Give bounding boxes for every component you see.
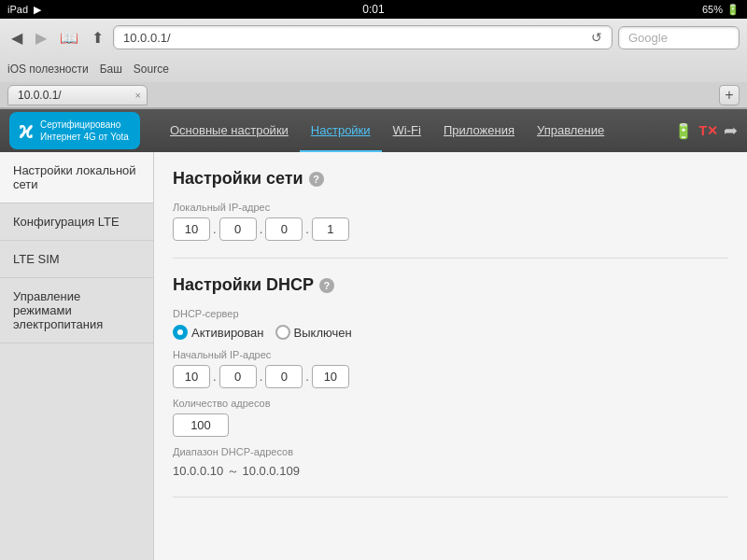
router-logo: ϰ Сертифицировано Интернет 4G от Yota [9, 112, 140, 149]
url-bar[interactable]: 10.0.0.1/ ↺ [113, 25, 613, 49]
network-settings-title: Настройки сети ? [173, 169, 728, 189]
local-ip-label: Локальный IP-адрес [173, 202, 728, 213]
battery-icon: 🔋 [726, 4, 740, 16]
search-placeholder: Google [628, 31, 668, 45]
local-ip-octet-4[interactable] [312, 217, 349, 241]
status-bar-left: iPad ▶ [7, 4, 41, 16]
network-settings-section: Настройки сети ? Локальный IP-адрес . . … [173, 169, 728, 241]
network-settings-help[interactable]: ? [309, 172, 324, 187]
range-label: Диапазон DHCP-адресов [173, 446, 728, 457]
share-button[interactable]: ⬆ [88, 27, 107, 49]
dhcp-disabled-radio[interactable] [275, 325, 290, 340]
start-ip-octet-3[interactable] [265, 365, 303, 388]
bookmarks-button[interactable]: 📖 [56, 27, 82, 49]
dhcp-server-radio-group: Активирован Выключен [173, 325, 728, 340]
wifi-icon: ▶ [34, 4, 41, 16]
dhcp-settings-section: Настройки DHCP ? DHCP-сервер Активирован… [173, 275, 728, 480]
device-label: iPad [7, 4, 28, 15]
battery-label: 65% [702, 4, 723, 15]
new-tab-button[interactable]: + [719, 85, 740, 105]
start-ip-octet-1[interactable] [173, 365, 210, 388]
dhcp-activated-option[interactable]: Активирован [173, 325, 264, 340]
router-nav-icons: 🔋 T✕ ➦ [674, 120, 738, 141]
back-button[interactable]: ◀ [7, 27, 26, 49]
local-ip-octet-1[interactable] [173, 217, 210, 241]
dhcp-settings-title: Настройки DHCP ? [173, 275, 728, 295]
forward-button[interactable]: ▶ [32, 27, 50, 49]
bookmark-source[interactable]: Source [134, 63, 169, 76]
nav-management[interactable]: Управление [526, 110, 615, 152]
sidebar-item-power[interactable]: Управление режимами электропитания [0, 278, 153, 343]
status-bar-right: 65% 🔋 [702, 4, 740, 16]
yota-logo-icon: ϰ [19, 118, 33, 144]
nav-apps[interactable]: Приложения [432, 110, 526, 152]
sidebar-item-lan[interactable]: Настройки локальной сети [0, 152, 153, 203]
router-header: ϰ Сертифицировано Интернет 4G от Yota Ос… [0, 109, 747, 152]
logo-line1: Сертифицировано [40, 119, 129, 131]
search-bar[interactable]: Google [618, 26, 740, 49]
nav-wifi[interactable]: Wi-Fi [382, 110, 432, 152]
section-divider [173, 258, 728, 259]
dhcp-settings-help[interactable]: ? [319, 278, 334, 293]
sidebar: Настройки локальной сети Конфигурация LT… [0, 152, 154, 560]
page-layout: Настройки локальной сети Конфигурация LT… [0, 152, 747, 560]
status-bar: iPad ▶ 0:01 65% 🔋 [0, 0, 747, 19]
start-ip-label: Начальный IP-адрес [173, 349, 728, 360]
local-ip-input: . . . [173, 217, 728, 241]
nav-basic-settings[interactable]: Основные настройки [159, 110, 300, 152]
bookmark-bash[interactable]: Баш [100, 63, 122, 76]
nav-bar: ◀ ▶ 📖 ⬆ 10.0.0.1/ ↺ Google [0, 19, 747, 56]
local-ip-octet-2[interactable] [219, 217, 257, 241]
range-value: 10.0.0.10 ～ 10.0.0.109 [173, 463, 728, 480]
local-ip-octet-3[interactable] [265, 217, 303, 241]
nav-settings[interactable]: Настройки [300, 110, 382, 152]
dhcp-server-label: DHCP-сервер [173, 308, 728, 319]
dhcp-disabled-option[interactable]: Выключен [275, 325, 352, 340]
battery-status-icon: 🔋 [674, 122, 693, 140]
count-input[interactable] [173, 413, 229, 437]
dhcp-activated-radio[interactable] [173, 325, 188, 340]
browser-chrome: ◀ ▶ 📖 ⬆ 10.0.0.1/ ↺ Google iOS полезност… [0, 19, 747, 109]
bottom-divider [173, 497, 728, 497]
bookmark-ios[interactable]: iOS полезности [7, 63, 89, 76]
tab-close-button[interactable]: × [135, 90, 141, 101]
start-ip-input: . . . [173, 365, 728, 388]
signal-strength-icon: T✕ [698, 123, 718, 138]
status-time: 0:01 [362, 3, 384, 16]
bookmarks-bar: iOS полезности Баш Source [0, 56, 747, 82]
tab-title: 10.0.0.1/ [18, 89, 62, 102]
start-ip-octet-2[interactable] [219, 365, 257, 388]
start-ip-octet-4[interactable] [312, 365, 349, 388]
router-logo-text: Сертифицировано Интернет 4G от Yota [40, 119, 129, 143]
count-label: Количество адресов [173, 398, 728, 409]
tab-bar: 10.0.0.1/ × + [0, 82, 747, 108]
main-content: Настройки сети ? Локальный IP-адрес . . … [154, 152, 747, 560]
router-nav: Основные настройки Настройки Wi-Fi Прило… [140, 110, 674, 152]
reload-button[interactable]: ↺ [591, 30, 602, 45]
sidebar-item-lte-sim[interactable]: LTE SIM [0, 241, 153, 278]
browser-tab[interactable]: 10.0.0.1/ × [7, 85, 148, 105]
sidebar-item-lte-config[interactable]: Конфигурация LTE [0, 203, 153, 241]
url-text: 10.0.0.1/ [123, 31, 591, 45]
logout-icon[interactable]: ➦ [724, 120, 738, 141]
logo-line2: Интернет 4G от Yota [40, 131, 129, 143]
